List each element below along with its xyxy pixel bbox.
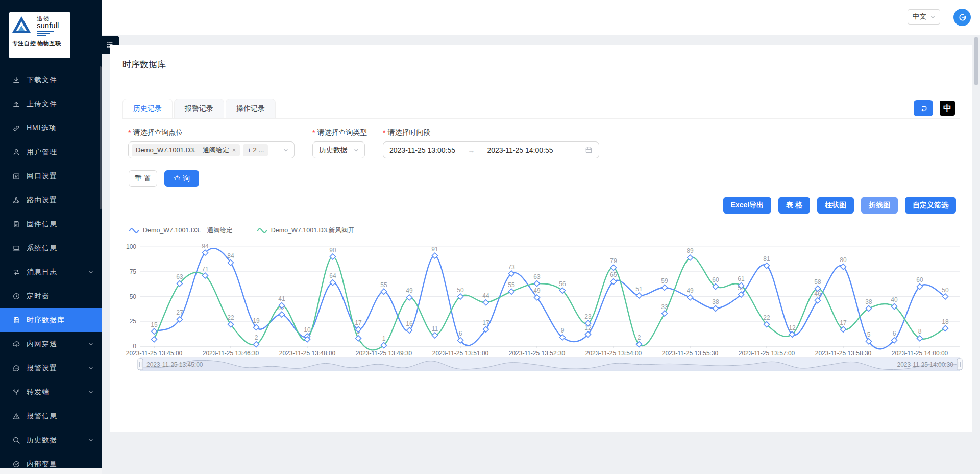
- legend-item-1[interactable]: Demo_W7.1001.D3.二通阀给定: [129, 226, 233, 234]
- sidebar-item-6[interactable]: 路由设置: [0, 188, 102, 212]
- tab-1[interactable]: 历史记录: [122, 99, 173, 119]
- data-point-marker[interactable]: [688, 295, 693, 300]
- data-point-label: 73: [508, 264, 515, 271]
- data-point-label: 90: [329, 247, 336, 254]
- data-point-label: 19: [253, 317, 260, 324]
- data-point-label: 49: [406, 287, 413, 294]
- sidebar-item-5[interactable]: 网口设置: [0, 164, 102, 188]
- data-point-label: 9: [561, 327, 565, 334]
- data-point-label: 79: [610, 257, 617, 265]
- legend-item-2[interactable]: Demo_W7.1001.D3.新风阀开: [257, 226, 354, 234]
- view-button-3[interactable]: 柱状图: [817, 197, 854, 214]
- app-root: 中文 迅饶 sunfull 专注自控 物物互联: [0, 0, 980, 474]
- sidebar-nav: 下载文件上传文件HMI选项用户管理网口设置路由设置固件信息系统信息消息日志定时器…: [0, 68, 102, 468]
- data-point-marker[interactable]: [636, 293, 642, 298]
- data-point-marker[interactable]: [432, 333, 438, 338]
- reset-button[interactable]: 重 置: [129, 170, 157, 187]
- data-point-marker[interactable]: [662, 285, 668, 290]
- tab-2[interactable]: 报警记录: [174, 99, 224, 119]
- query-type-value: 历史数据: [319, 146, 348, 155]
- sidebar-item-3[interactable]: HMI选项: [0, 116, 102, 140]
- sidebar-item-label: 历史数据: [27, 436, 88, 445]
- data-point-label: 38: [712, 298, 719, 305]
- sidebar-item-9[interactable]: 消息日志: [0, 260, 102, 284]
- chevron-down-icon: [88, 437, 94, 443]
- sidebar-item-16[interactable]: 历史数据: [0, 428, 102, 452]
- sidebar-item-17[interactable]: 内部变量: [0, 452, 102, 468]
- y-axis-label: 100: [126, 243, 136, 250]
- legend-label: Demo_W7.1001.D3.新风阀开: [271, 226, 354, 235]
- divider: [110, 81, 972, 81]
- link-icon: [12, 124, 20, 132]
- data-point-marker[interactable]: [330, 280, 336, 286]
- sidebar-item-4[interactable]: 用户管理: [0, 140, 102, 164]
- sidebar-item-14[interactable]: 转发端: [0, 380, 102, 404]
- sidebar-item-8[interactable]: 系统信息: [0, 236, 102, 260]
- wave-icon: [257, 228, 267, 233]
- more-points-tag[interactable]: + 2 ...: [243, 144, 268, 156]
- datazoom-handle-left[interactable]: [138, 359, 143, 370]
- data-point-marker[interactable]: [713, 305, 719, 311]
- remove-tag-icon[interactable]: ×: [232, 146, 236, 154]
- sidebar-item-10[interactable]: 定时器: [0, 284, 102, 308]
- data-point-marker[interactable]: [381, 289, 387, 294]
- tab-3[interactable]: 操作记录: [226, 99, 276, 119]
- data-point-marker[interactable]: [917, 336, 923, 341]
- data-point-label: 51: [635, 286, 643, 293]
- data-point-label: 49: [687, 287, 694, 294]
- query-button[interactable]: 查 询: [164, 170, 199, 187]
- y-axis-label: 75: [130, 268, 137, 275]
- view-button-1[interactable]: Excel导出: [723, 197, 772, 214]
- chinese-mode-button[interactable]: 中: [940, 101, 955, 116]
- data-point-label: 17: [482, 319, 489, 326]
- data-point-marker[interactable]: [534, 281, 540, 287]
- data-point-label: 65: [610, 271, 617, 278]
- chevron-down-icon: [88, 269, 94, 275]
- sidebar-item-label: 网口设置: [27, 172, 94, 181]
- data-point-label: 71: [202, 266, 209, 273]
- sidebar-item-2[interactable]: 上传文件: [0, 92, 102, 116]
- sidebar-item-11[interactable]: 时序数据库: [0, 308, 102, 332]
- data-point-marker[interactable]: [943, 325, 948, 331]
- sidebar-item-12[interactable]: 内网穿透: [0, 332, 102, 356]
- view-button-2[interactable]: 表 格: [778, 197, 810, 214]
- data-point-label: 38: [865, 298, 872, 305]
- logout-avatar-button[interactable]: [953, 9, 971, 26]
- time-range-picker[interactable]: 2023-11-25 13:00:55 → 2023-11-25 14:00:5…: [383, 141, 599, 158]
- data-point-label: 17: [840, 319, 847, 326]
- sidebar-item-1[interactable]: 下载文件: [0, 68, 102, 92]
- datazoom-handle-right[interactable]: [957, 359, 962, 370]
- sidebar-item-15[interactable]: 报警信息: [0, 404, 102, 428]
- view-button-5[interactable]: 自定义筛选: [905, 197, 956, 214]
- sidebar-item-label: HMI选项: [27, 124, 94, 133]
- y-axis-label: 50: [130, 293, 137, 300]
- data-point-marker[interactable]: [662, 311, 668, 316]
- data-point-marker[interactable]: [509, 289, 514, 294]
- chevron-down-icon: [353, 147, 359, 153]
- data-point-label: 18: [942, 318, 949, 325]
- query-points-multiselect[interactable]: Demo_W7.1001.D3.二通阀给定 × + 2 ...: [128, 141, 295, 158]
- view-button-4[interactable]: 折线图: [861, 197, 898, 214]
- sidebar-item-label: 内部变量: [27, 460, 94, 468]
- restore-button[interactable]: [914, 100, 933, 116]
- data-point-marker[interactable]: [279, 312, 285, 317]
- wave-icon: [129, 228, 139, 233]
- sidebar-item-13[interactable]: 报警设置: [0, 356, 102, 380]
- data-point-marker[interactable]: [407, 295, 412, 300]
- data-point-label: 50: [457, 287, 464, 294]
- view-toolbar: Excel导出表 格柱状图折线图自定义筛选: [723, 197, 956, 214]
- data-point-marker[interactable]: [152, 337, 157, 342]
- data-point-label: 16: [406, 320, 413, 327]
- page-scrollbar[interactable]: [974, 37, 978, 85]
- range-end-value[interactable]: 2023-11-25 14:00:55: [487, 146, 553, 154]
- language-select[interactable]: 中文: [908, 9, 940, 25]
- data-point-label: 55: [508, 281, 515, 289]
- data-point-marker[interactable]: [483, 300, 489, 305]
- query-type-select[interactable]: 历史数据: [312, 141, 365, 158]
- sidebar-scrollbar[interactable]: [100, 66, 102, 209]
- tab-bar-underline: [122, 118, 960, 119]
- range-start-value[interactable]: 2023-11-25 13:00:55: [389, 146, 455, 154]
- data-point-marker[interactable]: [356, 336, 361, 341]
- data-point-label: 17: [355, 319, 362, 326]
- sidebar-item-7[interactable]: 固件信息: [0, 212, 102, 236]
